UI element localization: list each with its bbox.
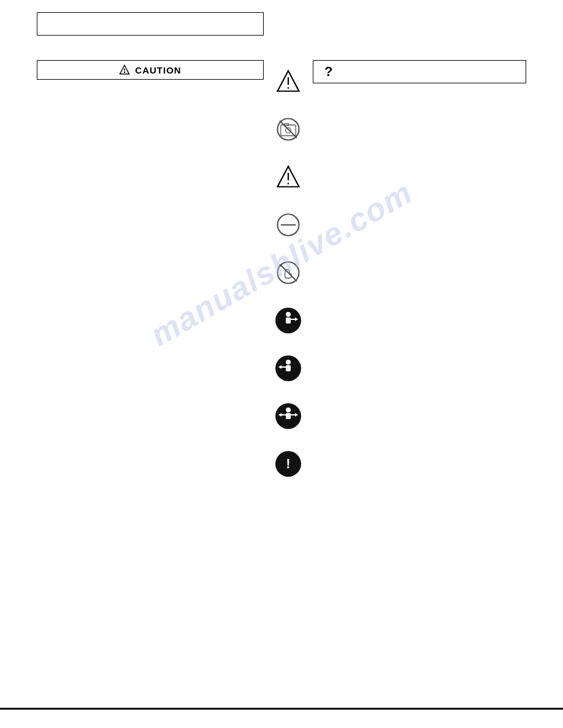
no-touch-svg bbox=[275, 260, 301, 286]
svg-rect-19 bbox=[286, 317, 291, 324]
caution-header-box: CAUTION bbox=[37, 60, 264, 80]
svg-marker-31 bbox=[278, 413, 282, 417]
svg-marker-25 bbox=[278, 365, 282, 369]
svg-point-22 bbox=[286, 360, 291, 365]
black-circle-2-icon bbox=[273, 353, 304, 384]
svg-point-26 bbox=[286, 408, 291, 412]
main-content: CAUTION bbox=[37, 60, 526, 479]
triangle-svg-1 bbox=[275, 69, 301, 94]
black-circle-figure-3 bbox=[275, 403, 301, 429]
triangle-svg-2 bbox=[275, 164, 301, 190]
svg-marker-29 bbox=[295, 413, 298, 417]
left-section: CAUTION bbox=[37, 60, 264, 479]
figure-svg-3 bbox=[277, 405, 299, 427]
exclamation-circle-icon: ! bbox=[273, 449, 304, 479]
prohibited-camera-svg bbox=[275, 116, 301, 142]
svg-rect-23 bbox=[286, 365, 291, 371]
svg-point-13 bbox=[288, 183, 289, 184]
top-box bbox=[37, 12, 264, 36]
right-header-box: ? bbox=[313, 60, 526, 83]
black-circle-1-icon bbox=[273, 305, 304, 336]
svg-rect-27 bbox=[286, 413, 291, 419]
figure-svg-2 bbox=[277, 357, 299, 379]
warning-triangle-icon-1 bbox=[273, 66, 304, 97]
exclamation-circle-filled: ! bbox=[275, 451, 301, 477]
svg-rect-10 bbox=[285, 123, 289, 126]
warning-triangle-icon-2 bbox=[273, 162, 304, 192]
icons-section: ! bbox=[264, 60, 313, 479]
svg-marker-21 bbox=[295, 317, 298, 321]
svg-point-2 bbox=[124, 72, 125, 72]
figure-svg-1 bbox=[277, 309, 299, 332]
svg-point-18 bbox=[286, 312, 291, 317]
black-circle-figure-2 bbox=[275, 355, 301, 381]
prohibited-camera-icon bbox=[273, 114, 304, 145]
page-container: CAUTION bbox=[0, 0, 563, 728]
svg-point-5 bbox=[288, 87, 289, 89]
svg-line-17 bbox=[280, 264, 297, 281]
black-circle-3-icon bbox=[273, 401, 304, 431]
no-entry-icon bbox=[273, 210, 304, 240]
right-section: ? bbox=[313, 60, 526, 479]
no-entry-svg bbox=[275, 212, 301, 238]
bottom-line bbox=[0, 708, 563, 710]
caution-title: CAUTION bbox=[135, 65, 181, 75]
no-touch-icon bbox=[273, 257, 304, 288]
caution-triangle-icon bbox=[119, 64, 130, 75]
black-circle-figure-1 bbox=[275, 308, 301, 333]
question-mark: ? bbox=[324, 64, 332, 80]
